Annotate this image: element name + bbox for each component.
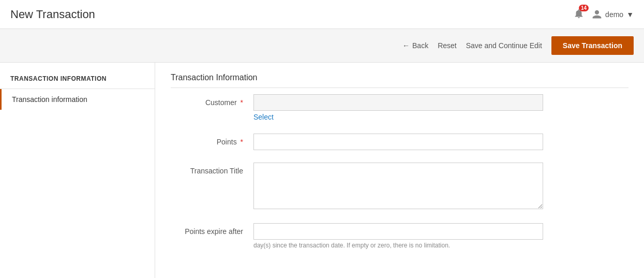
points-field [253, 134, 543, 150]
transaction-title-field-group: Transaction Title [171, 163, 628, 211]
points-expire-label: Points expire after [171, 223, 253, 236]
sidebar-section-title: TRANSACTION INFORMATION [0, 68, 155, 89]
points-expire-input[interactable] [253, 223, 543, 240]
customer-field: Select [253, 94, 543, 121]
customer-input[interactable] [253, 94, 543, 111]
points-label: Points * [171, 134, 253, 146]
customer-field-group: Customer * Select [171, 94, 628, 121]
sidebar-item-transaction-info[interactable]: Transaction information [0, 89, 155, 110]
customer-label: Customer * [171, 94, 253, 107]
sidebar: TRANSACTION INFORMATION Transaction info… [0, 63, 155, 278]
sidebar-item-label: Transaction information [12, 95, 87, 104]
back-label: Back [412, 41, 428, 50]
transaction-title-input[interactable] [253, 163, 543, 209]
points-input[interactable] [253, 134, 543, 150]
notification-bell[interactable]: 14 [573, 8, 585, 21]
action-bar: ← Back Reset Save and Continue Edit Save… [0, 29, 644, 63]
points-required-star: * [241, 138, 243, 146]
notification-badge: 14 [579, 5, 589, 11]
points-expire-field-group: Points expire after day(s) since the tra… [171, 223, 628, 249]
header-right: 14 demo ▼ [573, 8, 634, 21]
section-heading: Transaction Information [171, 73, 628, 88]
save-transaction-label: Save Transaction [563, 41, 622, 50]
save-continue-label: Save and Continue Edit [466, 41, 542, 50]
points-expire-hint: day(s) since the transaction date. If em… [253, 242, 543, 249]
back-arrow-icon: ← [402, 41, 410, 50]
points-field-group: Points * [171, 134, 628, 150]
transaction-title-label: Transaction Title [171, 163, 253, 175]
reset-button[interactable]: Reset [438, 41, 457, 50]
reset-label: Reset [438, 41, 457, 50]
top-header: New Transaction 14 demo ▼ [0, 0, 644, 29]
customer-required-star: * [241, 98, 243, 107]
user-icon [592, 9, 602, 20]
content-area: Transaction Information Customer * Selec… [155, 63, 644, 278]
main-content: TRANSACTION INFORMATION Transaction info… [0, 63, 644, 278]
user-menu[interactable]: demo ▼ [592, 9, 634, 20]
page-title: New Transaction [10, 8, 95, 21]
points-expire-field: day(s) since the transaction date. If em… [253, 223, 543, 249]
save-continue-button[interactable]: Save and Continue Edit [466, 41, 542, 50]
user-label: demo [605, 10, 623, 19]
save-transaction-button[interactable]: Save Transaction [551, 36, 634, 55]
customer-select-link[interactable]: Select [253, 113, 543, 121]
back-button[interactable]: ← Back [402, 41, 428, 50]
user-chevron-icon: ▼ [626, 10, 634, 19]
transaction-title-field [253, 163, 543, 211]
